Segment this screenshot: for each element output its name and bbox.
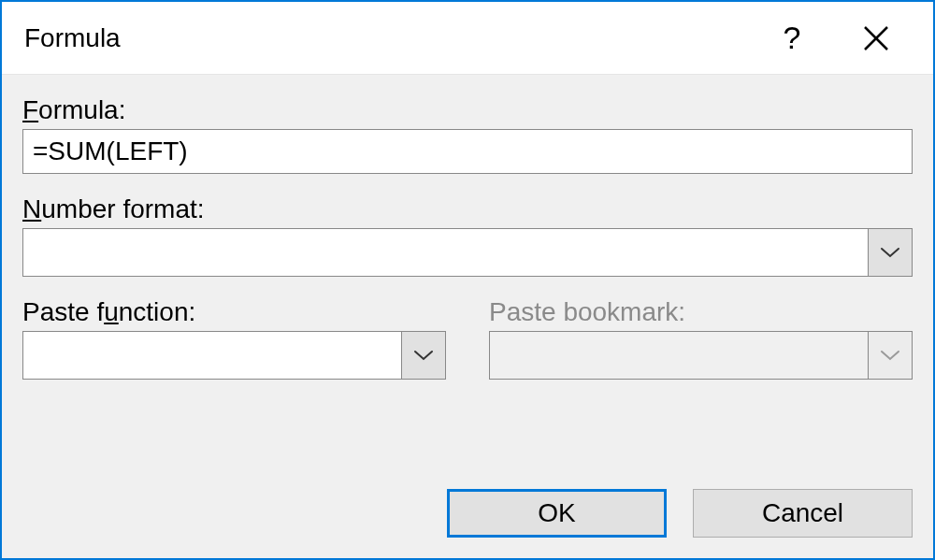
paste-bookmark-dropdown-button: [868, 331, 913, 380]
formula-dialog: Formula ? Formula: Number format:: [0, 0, 935, 560]
chevron-down-icon: [880, 350, 900, 361]
dialog-button-row: OK Cancel: [2, 489, 933, 558]
dialog-title: Formula: [24, 23, 750, 53]
paste-bookmark-col: Paste bookmark:: [489, 297, 913, 380]
number-format-value[interactable]: [22, 228, 868, 277]
ok-button[interactable]: OK: [447, 489, 667, 538]
titlebar: Formula ?: [2, 2, 933, 75]
paste-function-dropdown-button[interactable]: [401, 331, 446, 380]
close-icon: [863, 25, 889, 51]
chevron-down-icon: [413, 350, 434, 361]
paste-function-value[interactable]: [22, 331, 401, 380]
paste-function-label: Paste function:: [22, 297, 446, 327]
cancel-button[interactable]: Cancel: [693, 489, 913, 538]
number-format-combo[interactable]: [22, 228, 913, 277]
paste-bookmark-combo: [489, 331, 913, 380]
formula-input[interactable]: [22, 129, 913, 174]
close-button[interactable]: [834, 2, 918, 75]
chevron-down-icon: [880, 247, 900, 258]
help-icon: ?: [784, 20, 801, 56]
paste-function-col: Paste function:: [22, 297, 446, 380]
paste-row: Paste function: Paste bookmark:: [22, 297, 913, 380]
paste-bookmark-value: [489, 331, 868, 380]
help-button[interactable]: ?: [750, 2, 834, 75]
number-format-label: Number format:: [22, 194, 913, 224]
paste-function-combo[interactable]: [22, 331, 446, 380]
dialog-body: Formula: Number format: Paste function:: [2, 75, 933, 489]
formula-label: Formula:: [22, 95, 913, 125]
paste-bookmark-label: Paste bookmark:: [489, 297, 913, 327]
number-format-dropdown-button[interactable]: [868, 228, 913, 277]
